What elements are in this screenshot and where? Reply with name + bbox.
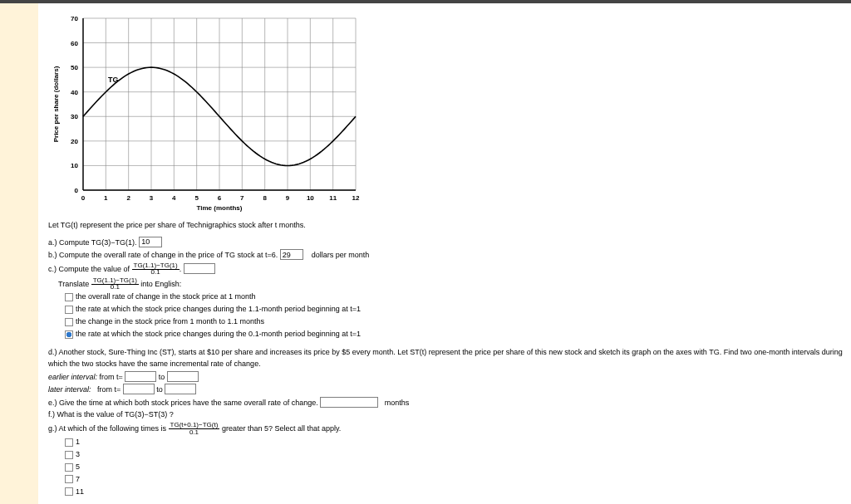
svg-text:50: 50 (71, 64, 78, 71)
page-container: 0123456789101112010203040506070TGTime (m… (0, 3, 851, 504)
svg-text:12: 12 (352, 194, 360, 202)
part-f-label: f.) What is the value of TG(3)−ST(3) ? (48, 410, 174, 418)
g-option-4[interactable]: 7 (65, 474, 851, 486)
part-a: a.) Compute TG(3)−TG(1). (48, 237, 851, 248)
svg-text:1: 1 (104, 194, 108, 202)
g-option-2[interactable]: 3 (65, 449, 851, 461)
translate-line: Translate TG(1.1)−TG(1)0.1 into English: (58, 277, 851, 291)
left-margin-bar (0, 3, 38, 504)
svg-text:5: 5 (194, 194, 199, 202)
checkbox-icon (65, 487, 73, 496)
svg-text:70: 70 (71, 15, 78, 22)
svg-text:60: 60 (71, 40, 78, 47)
main-content: 0123456789101112010203040506070TGTime (m… (38, 3, 851, 504)
svg-text:10: 10 (307, 194, 314, 202)
part-c-fraction: TG(1.1)−TG(1)0.1 (132, 262, 180, 276)
part-f: f.) What is the value of TG(3)−ST(3) ? (48, 409, 851, 421)
svg-text:40: 40 (71, 89, 78, 96)
checkbox-icon (65, 475, 73, 483)
part-b: b.) Compute the overall rate of change i… (48, 249, 851, 261)
part-a-label: a.) Compute TG(3)−TG(1). (48, 237, 137, 246)
part-d-text: d.) Another stock, Sure-Thing Inc (ST), … (48, 347, 851, 370)
intro-text: Let TG(t) represent the price per share … (48, 220, 851, 232)
part-e-unit: months (385, 398, 410, 406)
later-from-input[interactable] (123, 384, 155, 394)
svg-text:8: 8 (263, 194, 267, 202)
option-4[interactable]: the rate at which the stock price change… (65, 329, 851, 340)
earlier-interval: earlier interval: from t= to (48, 371, 851, 383)
svg-text:10: 10 (71, 162, 78, 169)
part-e-label: e.) Give the time at which both stock pr… (48, 398, 318, 406)
svg-text:9: 9 (286, 194, 290, 202)
svg-text:Price per share (dollars): Price per share (dollars) (52, 66, 60, 142)
part-c: c.) Compute the value of TG(1.1)−TG(1)0.… (48, 262, 851, 276)
svg-text:7: 7 (240, 194, 244, 202)
checkbox-icon (65, 451, 73, 459)
part-b-input[interactable] (280, 249, 303, 260)
part-b-label: b.) Compute the overall rate of change i… (48, 251, 278, 259)
checkbox-icon (65, 293, 73, 301)
svg-text:30: 30 (71, 113, 78, 120)
svg-text:0: 0 (75, 187, 79, 194)
earlier-to-input[interactable] (167, 371, 199, 382)
svg-text:2: 2 (126, 194, 130, 202)
svg-text:3: 3 (150, 194, 154, 202)
earlier-from-input[interactable] (125, 371, 156, 382)
checkbox-icon (65, 438, 73, 447)
translate-fraction: TG(1.1)−TG(1)0.1 (91, 277, 139, 291)
question-body: Let TG(t) represent the price per share … (48, 220, 851, 504)
svg-text:Time (months): Time (months) (197, 204, 243, 212)
svg-text:20: 20 (71, 138, 78, 145)
checkbox-icon (65, 330, 73, 339)
part-c-label: c.) Compute the value of (48, 265, 130, 273)
svg-text:6: 6 (218, 194, 222, 202)
part-g: g.) At which of the following times is T… (48, 422, 851, 436)
svg-text:11: 11 (329, 194, 337, 202)
checkbox-icon (65, 463, 73, 472)
part-b-unit: dollars per month (312, 251, 370, 259)
checkbox-icon (65, 306, 73, 314)
translate-label: Translate (58, 279, 89, 287)
svg-text:0: 0 (81, 194, 86, 202)
later-to-input[interactable] (165, 384, 196, 394)
earlier-label: earlier interval: (48, 373, 97, 381)
option-1[interactable]: the overall rate of change in the stock … (65, 291, 851, 303)
part-g-label-pre: g.) At which of the following times is (48, 424, 166, 433)
option-2[interactable]: the rate at which the stock price change… (65, 304, 851, 316)
later-interval: later interval: from t= to (48, 384, 851, 395)
part-g-label-post: greater than 5? Select all that apply. (222, 424, 341, 433)
option-3[interactable]: the change in the stock price from 1 mon… (65, 316, 851, 328)
g-option-1[interactable]: 1 (65, 437, 851, 448)
part-c-input[interactable] (184, 263, 215, 274)
later-label: later interval: (48, 385, 91, 394)
chart-figure: 0123456789101112010203040506070TGTime (m… (48, 12, 851, 217)
svg-text:TG: TG (108, 76, 119, 84)
part-a-input[interactable] (139, 237, 162, 247)
part-g-fraction: TG(t+0.1)−TG(t)0.1 (169, 422, 220, 436)
chart-svg: 0123456789101112010203040506070TGTime (m… (48, 12, 364, 215)
svg-text:4: 4 (172, 194, 176, 202)
part-e: e.) Give the time at which both stock pr… (48, 397, 851, 409)
g-option-3[interactable]: 5 (65, 462, 851, 473)
g-option-5[interactable]: 11 (65, 487, 851, 498)
checkbox-icon (65, 318, 73, 326)
part-e-input[interactable] (320, 397, 378, 408)
translate-suffix: into English: (140, 279, 181, 287)
